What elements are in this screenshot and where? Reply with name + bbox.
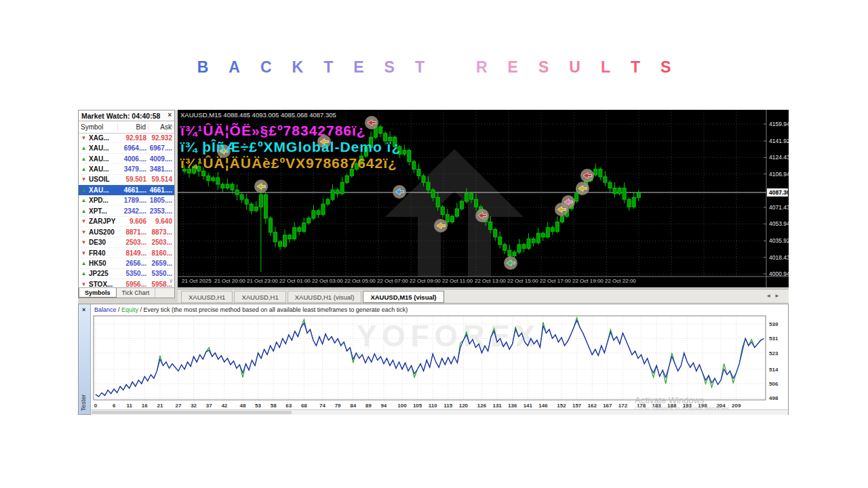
candle-body [231, 184, 234, 190]
candle-body [604, 177, 607, 182]
tab-symbols[interactable]: Symbols [79, 288, 117, 298]
candle-body [259, 195, 262, 207]
candle-body [345, 176, 349, 182]
market-watch-row[interactable]: ▼FR408149...8160... [79, 248, 174, 258]
current-price-label: 4087.305 [769, 189, 789, 196]
candle-body [536, 233, 540, 243]
trade-marker [561, 195, 575, 209]
market-watch-title: Market Watch: 04:40:58 [81, 112, 160, 120]
trade-axis-label: 6 [113, 403, 116, 409]
scrollbar-thumb[interactable] [92, 411, 292, 414]
market-watch-row[interactable]: ▼DE302503...2503... [79, 237, 174, 247]
bid-value: 4661.... [118, 186, 149, 194]
tester-vertical-title: Tester [80, 394, 87, 411]
trade-axis-label: 68 [301, 403, 307, 409]
candle-body [207, 176, 210, 180]
tester-scrollbar[interactable] [91, 409, 788, 415]
market-watch-row[interactable]: ▲XAU...4661....4661.... [79, 185, 174, 195]
market-watch-row[interactable]: ▲HK502656...2659... [79, 258, 174, 268]
title-letter: K [292, 58, 304, 76]
trade-axis-label: 84 [350, 403, 356, 409]
nav-right-icon[interactable]: ► [774, 293, 783, 299]
trade-axis-label: 131 [492, 403, 502, 409]
bid-value: 59.501 [118, 176, 149, 183]
candle-body [340, 182, 344, 194]
market-watch-row[interactable]: ▼XAG...92.91892.932 [79, 133, 174, 143]
balance-axis-label: 506 [769, 381, 778, 387]
tester-legend: Balance / Equity / Every tick (the most … [94, 306, 408, 313]
bid-value: 8871... [118, 228, 149, 236]
candlestick-chart-panel[interactable]: XAUUSD,M15 4088.485 4093.005 4085.068 40… [178, 110, 789, 287]
market-watch-row[interactable]: ▲JP2255350...5350... [79, 269, 174, 279]
candle-body [307, 218, 311, 223]
trade-axis-label: 63 [285, 403, 292, 409]
candle-body [494, 230, 497, 237]
candle-body [627, 199, 631, 207]
candle-body [541, 233, 545, 237]
candle-body [254, 207, 258, 211]
column-bid: Bid [118, 123, 149, 131]
candle-body [331, 190, 334, 199]
chart-ohlc-title: XAUUSD,M15 4088.485 4093.005 4085.068 40… [180, 111, 336, 119]
legend-separator: / [138, 306, 144, 313]
tab-nav-arrows[interactable]: ◄► [766, 293, 783, 299]
nav-left-icon[interactable]: ◄ [766, 293, 774, 299]
candle-body [465, 194, 468, 201]
trade-axis-label: 105 [413, 403, 422, 409]
title-letter: T [415, 58, 425, 76]
market-watch-row[interactable]: ▲XAU...4006....4009.... [79, 154, 174, 164]
candle-body [317, 211, 320, 215]
candle-body [522, 245, 526, 249]
time-axis-label: 22 Oct 07:00 [377, 278, 408, 284]
candle-body [408, 150, 411, 162]
trade-axis-label: 110 [429, 403, 437, 409]
chart-tab-3[interactable]: XAUUSD,H1 (visual) [288, 291, 362, 303]
market-watch-row[interactable]: ▲XPD...1789....1805.... [79, 196, 174, 206]
time-axis-label: 22 Oct 01:00 [279, 278, 311, 284]
candle-body [312, 211, 315, 218]
symbol-name: HK50 [89, 260, 118, 267]
candle-body [546, 228, 549, 237]
market-watch-row[interactable]: ▼ZARJPY9.6069.640 [79, 217, 174, 227]
tab-tick-chart[interactable]: Tick Chart [117, 288, 156, 298]
chart-tab-1[interactable]: XAUUSD,H1 [181, 291, 233, 303]
trade-axis-label: 42 [221, 403, 227, 409]
market-watch-row[interactable]: ▲XPT...2342....2353.... [79, 206, 174, 216]
candle-body [283, 235, 287, 247]
market-watch-row[interactable]: ▼AUS2008871...8873... [79, 227, 174, 237]
close-icon[interactable]: × [167, 111, 172, 119]
trade-axis-label: 48 [240, 403, 246, 409]
balance-axis-label: 531 [769, 336, 778, 342]
close-icon[interactable]: × [82, 306, 85, 313]
chart-tab-2[interactable]: XAUUSD,H1 [234, 291, 285, 303]
up-arrow-icon: ▲ [79, 145, 89, 151]
up-arrow-icon: ▲ [79, 197, 89, 203]
candle-body [293, 228, 296, 239]
ea-comment-line: ï¾¹ÛÄ¦ÕË»§£º78342786ï¿ [180, 123, 401, 139]
market-watch-row[interactable]: ▼USOIL59.50159.514 [79, 175, 174, 185]
time-axis-label: 22 Oct 22:00 [605, 278, 636, 284]
chart-tab-4-active[interactable]: XAUUSD,M15 (visual) [363, 291, 443, 303]
legend-separator: / [117, 306, 122, 313]
title-letter: B [197, 58, 209, 76]
trade-axis-label: 157 [572, 403, 582, 409]
time-axis-label: 22 Oct 09:00 [410, 278, 441, 284]
scroll-up-icon[interactable]: ∧ [169, 123, 173, 129]
market-watch-row[interactable]: ▲XAU...3479....3481.... [79, 164, 174, 174]
candle-body [216, 178, 220, 184]
price-axis-label: 4141.920 [769, 138, 789, 144]
candle-body [279, 242, 282, 247]
trade-axis-label: 94 [380, 403, 387, 409]
candle-body [637, 192, 640, 197]
balance-axis-label: 498 [769, 395, 778, 401]
trade-marker [580, 169, 594, 182]
legend-equity: Equity [121, 306, 138, 313]
market-watch-rows: ▼XAG...92.91892.932▲XAU...6964....6967..… [79, 133, 174, 288]
down-arrow-icon: ▼ [79, 250, 89, 256]
trade-axis-label: 167 [603, 403, 612, 409]
market-watch-row[interactable]: ▲XAU...6964....6967.... [79, 143, 174, 153]
column-symbol: Symbol [79, 123, 118, 131]
candle-body [560, 216, 564, 222]
scroll-down-icon[interactable]: ∨ [169, 278, 173, 284]
symbol-name: XAU... [89, 186, 118, 194]
